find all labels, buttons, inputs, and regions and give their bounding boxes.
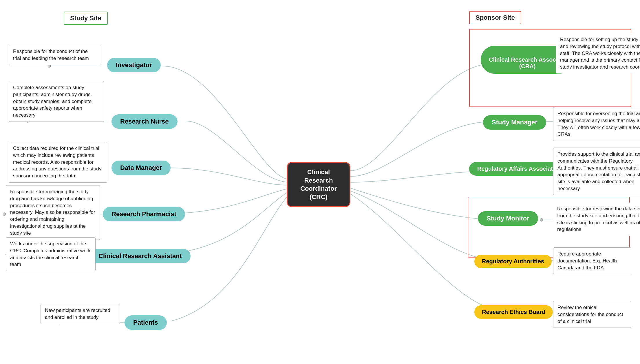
regulatory-affairs-associate-pill: Regulatory Affairs Associate [469, 162, 564, 176]
research-ethics-board-desc: Review the ethical considerations for th… [553, 301, 631, 328]
study-manager-pill: Study Manager [483, 115, 546, 130]
regulatory-authorities-desc: Require appropriate documentation. E.g. … [553, 247, 631, 274]
research-pharmacist-desc: Responsible for managing the study drug … [6, 185, 100, 240]
investigator-pill: Investigator [107, 58, 161, 72]
mind-map-diagram: Study Site Sponsor Site Clinical Researc… [0, 0, 640, 364]
study-site-label: Study Site [64, 12, 108, 25]
sponsor-site-label: Sponsor Site [469, 11, 521, 24]
research-nurse-pill: Research Nurse [111, 114, 178, 129]
regulatory-authorities-pill: Regulatory Authorities [474, 255, 552, 268]
study-manager-desc: Responsible for overseeing the trial and… [553, 107, 640, 141]
cra-desc: Responsible for setting up the study sit… [556, 33, 640, 73]
research-nurse-desc: Complete assessments on study participan… [9, 81, 104, 122]
study-monitor-pill: Study Monitor [478, 211, 538, 226]
svg-point-7 [3, 213, 6, 216]
patients-desc: New participants are recruited and enrol… [41, 304, 120, 324]
patients-pill: Patients [125, 315, 167, 330]
data-manager-desc: Collect data required for the clinical t… [9, 142, 107, 183]
data-manager-pill: Data Manager [111, 161, 171, 175]
clinical-research-assistant-desc: Works under the supervision of the CRC. … [6, 237, 96, 271]
investigator-desc: Responsible for the conduct of the trial… [9, 45, 101, 65]
regulatory-affairs-associate-desc: Provides support to the clinical trial a… [553, 148, 640, 195]
center-node: Clinical Research Coordinator (CRC) [287, 162, 350, 207]
study-monitor-desc: Responsible for reviewing the data sent … [553, 203, 640, 236]
clinical-research-assistant-pill: Clinical Research Assistant [90, 249, 191, 263]
research-ethics-board-pill: Research Ethics Board [474, 305, 553, 319]
research-pharmacist-pill: Research Pharmacist [103, 207, 185, 221]
